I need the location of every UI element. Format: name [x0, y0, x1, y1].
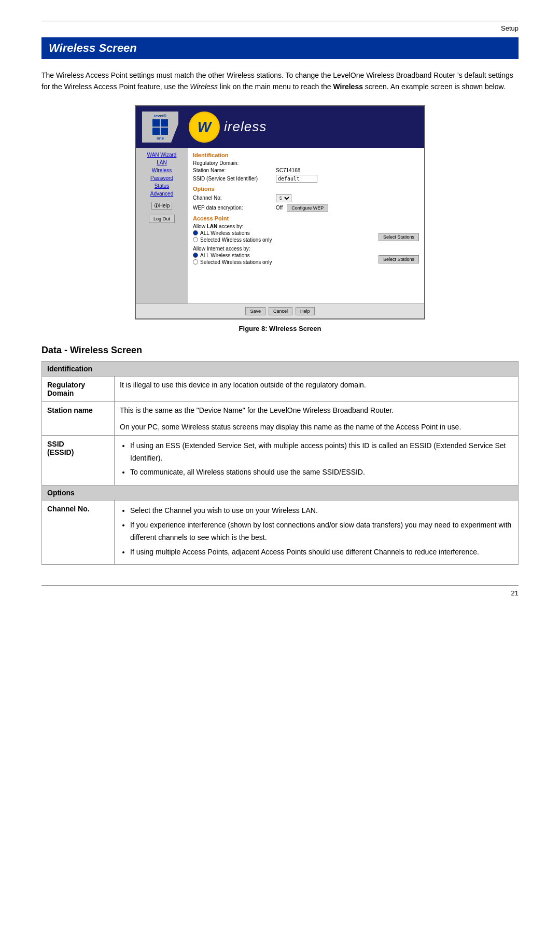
regulatory-domain-label-bold: RegulatoryDomain: [47, 381, 85, 397]
mock-screen-body: WAN Wizard LAN Wireless Password Status …: [136, 148, 424, 303]
station-name-value: SC714168: [276, 168, 300, 173]
internet-radio-group: ALL Wireless stations Selected Wireless …: [193, 253, 379, 266]
options-header-row: Options: [42, 485, 519, 501]
sidebar-lan[interactable]: LAN: [157, 160, 166, 165]
internet-all-radio-row: ALL Wireless stations: [193, 253, 379, 258]
internet-access-label: Allow Internet access by:: [193, 246, 419, 252]
lan-select-stations-button[interactable]: Select Stations: [379, 233, 419, 241]
wireless-title-logo: W ireless: [189, 112, 267, 143]
channel-label: Channel No:: [193, 195, 276, 201]
station-name-label: Station Name:: [193, 168, 276, 173]
cancel-button[interactable]: Cancel: [269, 307, 292, 315]
ssid-label: SSID (Service Set Identifier): [193, 176, 276, 182]
internet-select-stations-button[interactable]: Select Stations: [379, 255, 419, 263]
regulatory-domain-row-table: RegulatoryDomain It is illegal to use th…: [42, 376, 519, 401]
mock-sidebar: WAN Wizard LAN Wireless Password Status …: [136, 148, 188, 303]
mock-footer-btns: Save Cancel Help: [136, 303, 424, 318]
channel-bullet-3: If using multiple Access Points, adjacen…: [130, 546, 513, 559]
wep-row: WEP data encryption: Off Configure WEP: [193, 204, 419, 212]
help-button[interactable]: Help: [296, 307, 315, 315]
regulatory-domain-desc: It is illegal to use this device in any …: [120, 381, 366, 389]
page-wrapper: Setup Wireless Screen The Wireless Acces…: [0, 0, 560, 628]
ssid-row-table: SSID(ESSID) If using an ESS (Extended Se…: [42, 435, 519, 485]
ssid-input[interactable]: [276, 175, 317, 183]
regulatory-domain-row: Regulatory Domain:: [193, 160, 419, 166]
station-name-desc-1: This is the same as the "Device Name" fo…: [120, 406, 513, 414]
figure-caption: Figure 8: Wireless Screen: [41, 325, 519, 332]
ssid-bullet-1: If using an ESS (Extended Service Set, w…: [130, 440, 513, 465]
station-name-desc-2: On your PC, some Wireless status screens…: [120, 423, 513, 431]
regulatory-domain-desc-cell: It is illegal to use this device in any …: [115, 376, 519, 401]
station-name-row: Station Name: SC714168: [193, 168, 419, 173]
internet-all-label: ALL Wireless stations: [200, 253, 250, 258]
ssid-bullet-list: If using an ESS (Extended Service Set, w…: [120, 440, 513, 479]
channel-label-bold: Channel No.: [47, 505, 90, 513]
levelone-logo: level® one: [142, 112, 178, 143]
lan-radio-group: ALL Wireless stations Selected Wireless …: [193, 230, 379, 244]
station-name-desc-cell: This is the same as the "Device Name" fo…: [115, 401, 519, 435]
regulatory-domain-label-cell: RegulatoryDomain: [42, 376, 115, 401]
options-section-title: Options: [193, 186, 419, 192]
lan-selected-radio[interactable]: [193, 237, 198, 242]
channel-bullet-list: Select the Channel you wish to use on yo…: [120, 505, 513, 558]
lan-all-radio[interactable]: [193, 230, 198, 235]
intro-paragraph: The Wireless Access Point settings must …: [41, 70, 519, 93]
internet-selected-radio[interactable]: [193, 259, 198, 265]
wireless-text: ireless: [224, 119, 267, 135]
ssid-row: SSID (Service Set Identifier): [193, 175, 419, 183]
ssid-desc-cell: If using an ESS (Extended Service Set, w…: [115, 435, 519, 485]
help-icon[interactable]: 🛈Help: [151, 202, 173, 210]
mock-screen-header: level® one W ireless: [136, 106, 424, 148]
figure-caption-text: Figure 8: Wireless Screen: [239, 325, 321, 332]
data-section-title: Data - Wireless Screen: [41, 345, 519, 356]
page-title-bar: Wireless Screen: [41, 37, 519, 59]
mock-content: Identification Regulatory Domain: Statio…: [188, 148, 424, 303]
data-table: Identification RegulatoryDomain It is il…: [41, 361, 519, 565]
identification-header-cell: Identification: [42, 361, 519, 376]
ssid-bullet-2: To communicate, all Wireless stations sh…: [130, 466, 513, 479]
save-button[interactable]: Save: [245, 307, 265, 315]
lan-all-label: ALL Wireless stations: [200, 230, 250, 236]
wep-label: WEP data encryption:: [193, 205, 276, 211]
intro-text-2: link on the main menu to reach the: [218, 82, 333, 91]
page-number: 21: [511, 589, 519, 597]
channel-desc-cell: Select the Channel you wish to use on yo…: [115, 501, 519, 565]
lan-selected-radio-row: Selected Wireless stations only: [193, 237, 379, 243]
identification-section-title: Identification: [193, 152, 419, 158]
page-title: Wireless Screen: [49, 41, 511, 55]
channel-label-cell: Channel No.: [42, 501, 115, 565]
identification-header-row: Identification: [42, 361, 519, 376]
regulatory-domain-label: Regulatory Domain:: [193, 160, 276, 166]
logout-button[interactable]: Log Out: [149, 215, 175, 223]
internet-selected-label: Selected Wireless stations only: [200, 259, 272, 265]
channel-row-table: Channel No. Select the Channel you wish …: [42, 501, 519, 565]
channel-bullet-2: If you experience interference (shown by…: [130, 519, 513, 544]
w-circle: W: [189, 112, 220, 143]
configure-wep-button[interactable]: Configure WEP: [287, 204, 328, 212]
sidebar-password[interactable]: Password: [150, 175, 173, 181]
bottom-rule: 21: [41, 586, 519, 597]
sidebar-wireless[interactable]: Wireless: [152, 168, 172, 173]
intro-italic: Wireless: [190, 82, 218, 91]
internet-selected-radio-row: Selected Wireless stations only: [193, 259, 379, 265]
wep-value: Off: [276, 205, 283, 211]
options-header-cell: Options: [42, 485, 519, 501]
ssid-label-cell: SSID(ESSID): [42, 435, 115, 485]
internet-access-row: ALL Wireless stations Selected Wireless …: [193, 253, 419, 266]
sidebar-wan-wizard[interactable]: WAN Wizard: [147, 152, 177, 158]
screenshot-container: level® one W ireless: [41, 105, 519, 319]
lan-all-radio-row: ALL Wireless stations: [193, 230, 379, 236]
mock-screen: level® one W ireless: [135, 105, 425, 319]
lan-access-label: Allow LAN access by:: [193, 224, 419, 229]
ssid-label-bold: SSID(ESSID): [47, 440, 74, 456]
sidebar-advanced[interactable]: Advanced: [150, 191, 173, 197]
channel-select[interactable]: 5: [276, 194, 291, 202]
sidebar-status[interactable]: Status: [155, 183, 169, 189]
internet-all-radio[interactable]: [193, 253, 198, 258]
setup-label: Setup: [41, 24, 519, 32]
station-name-label-bold: Station name: [47, 406, 93, 414]
access-point-section-title: Access Point: [193, 215, 419, 221]
lan-access-row: ALL Wireless stations Selected Wireless …: [193, 230, 419, 244]
intro-bold: Wireless: [333, 82, 362, 91]
channel-row: Channel No: 5: [193, 194, 419, 202]
